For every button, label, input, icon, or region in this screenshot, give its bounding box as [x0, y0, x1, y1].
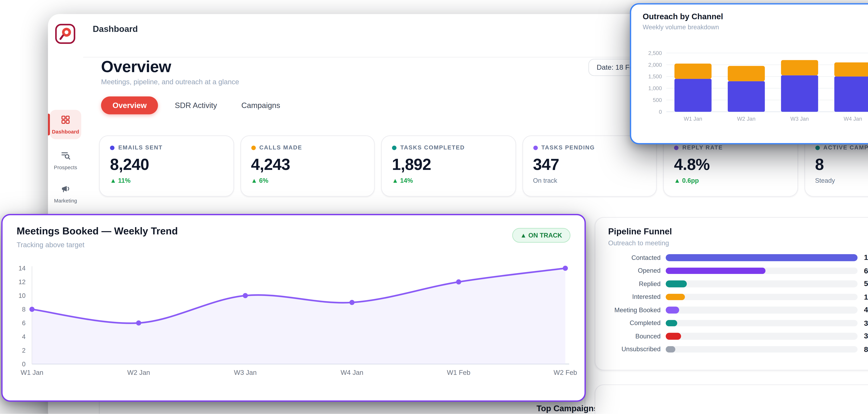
active-accent-bar — [48, 114, 50, 135]
funnel-row-value: 312 — [858, 332, 868, 340]
sidebar-item-prospects[interactable]: Prospects — [50, 146, 81, 175]
svg-text:W3 Jan: W3 Jan — [790, 116, 809, 122]
funnel-row-value: 12,483 — [858, 254, 868, 261]
bottom-right-card — [595, 384, 868, 414]
funnel-bar — [666, 307, 679, 313]
tab-overview[interactable]: Overview — [101, 96, 158, 114]
sidebar-item-label: Dashboard — [52, 129, 79, 134]
sidebar-item-label: Prospects — [54, 165, 77, 170]
kpi-value: 1,892 — [392, 155, 505, 174]
funnel-bar-track — [666, 307, 858, 313]
funnel-row-value: 89 — [858, 345, 868, 353]
svg-text:2: 2 — [22, 347, 26, 354]
window-header-title: Dashboard — [93, 24, 138, 34]
kpi-label: EMAILS SENT — [118, 144, 162, 151]
kpi-delta: ▲ 6% — [251, 177, 364, 184]
sidebar-item-marketing[interactable]: Marketing — [50, 179, 81, 208]
funnel-bar-track — [666, 280, 858, 287]
pipeline-funnel-card: Pipeline Funnel Outreach to meeting Cont… — [595, 217, 868, 370]
kpi-label: ACTIVE CAMPAIGNS — [824, 144, 868, 151]
kpi-label: REPLY RATE — [682, 144, 723, 151]
svg-text:W1 Feb: W1 Feb — [447, 369, 470, 376]
kpi-value: 8 — [815, 155, 868, 174]
page-subtitle: Meetings, pipeline, and outreach at a gl… — [101, 78, 239, 85]
kpi-delta: ▲ 0.6pp — [674, 177, 787, 184]
kpi-card-emails-sent: EMAILS SENT 8,240 ▲ 11% — [99, 135, 234, 197]
kpi-value: 8,240 — [110, 155, 223, 174]
svg-text:0: 0 — [22, 360, 26, 368]
svg-text:1,500: 1,500 — [648, 73, 662, 79]
sidebar-item-label: Marketing — [54, 198, 77, 203]
funnel-row-label: Opened — [608, 267, 666, 274]
kpi-dot — [815, 145, 819, 150]
funnel-subtitle: Outreach to meeting — [608, 239, 669, 246]
funnel-bar — [666, 346, 675, 353]
svg-text:W2 Feb: W2 Feb — [554, 369, 577, 376]
funnel-bar — [666, 320, 677, 326]
svg-text:W3 Jan: W3 Jan — [234, 369, 257, 376]
channel-bar-chart: 05001,0001,5002,0002,500W1 JanW2 JanW3 J… — [631, 4, 868, 143]
kpi-delta: On track — [533, 177, 646, 184]
tab-sdr-activity[interactable]: SDR Activity — [167, 96, 225, 114]
svg-text:6: 6 — [22, 319, 26, 326]
funnel-row-label: Interested — [608, 294, 666, 301]
funnel-row-opened: Opened 6,491 52.0% — [608, 267, 868, 274]
funnel-bar — [666, 333, 681, 340]
funnel-title: Pipeline Funnel — [608, 227, 672, 236]
kpi-delta: Steady — [815, 177, 868, 184]
funnel-row-value: 38 — [858, 319, 868, 327]
screenshot-stage: Dashboard Dashboard — [0, 0, 868, 414]
svg-text:2,500: 2,500 — [648, 50, 662, 56]
svg-text:W1 Jan: W1 Jan — [684, 116, 702, 122]
app-logo[interactable] — [54, 23, 76, 45]
tab-campaigns[interactable]: Campaigns — [234, 96, 288, 114]
kpi-dot — [392, 145, 397, 150]
kpi-value: 4.8% — [674, 155, 787, 174]
funnel-bar — [666, 280, 687, 287]
kpi-label: TASKS PENDING — [541, 144, 595, 151]
svg-text:W4 Jan: W4 Jan — [844, 116, 862, 122]
funnel-bar-track — [666, 333, 858, 340]
kpi-delta: ▲ 14% — [392, 177, 505, 184]
list-search-icon — [61, 150, 70, 163]
funnel-bar-track — [666, 267, 858, 274]
funnel-bar-track — [666, 254, 858, 261]
funnel-bar-track — [666, 320, 858, 326]
kpi-dot — [674, 145, 679, 150]
funnel-row-meeting-booked: Meeting Booked 47 37.9% — [608, 307, 868, 313]
kpi-value: 4,243 — [251, 155, 364, 174]
funnel-row-unsubscribed: Unsubscribed 89 0.7% — [608, 346, 868, 353]
funnel-row-label: Bounced — [608, 333, 666, 340]
svg-text:W1 Jan: W1 Jan — [21, 369, 43, 376]
funnel-row-completed: Completed 38 80.9% — [608, 320, 868, 326]
svg-text:1,000: 1,000 — [648, 85, 662, 91]
megaphone-icon — [61, 183, 70, 196]
kpi-card-tasks-completed: TASKS COMPLETED 1,892 ▲ 14% — [381, 135, 516, 197]
funnel-row-contacted: Contacted 12,483 — [608, 254, 868, 261]
svg-text:W2 Jan: W2 Jan — [737, 116, 755, 122]
funnel-bar-track — [666, 346, 858, 353]
kpi-card-calls-made: CALLS MADE 4,243 ▲ 6% — [240, 135, 375, 197]
svg-text:500: 500 — [653, 97, 662, 103]
logo-magnifier-icon — [54, 23, 76, 45]
dashboard-grid-icon — [61, 114, 70, 127]
funnel-row-interested: Interested 124 20.7% — [608, 294, 868, 300]
kpi-value: 347 — [533, 155, 646, 174]
kpi-dot — [110, 145, 115, 150]
svg-text:W4 Jan: W4 Jan — [341, 369, 363, 376]
page-title: Overview — [101, 58, 171, 76]
sidebar-item-dashboard[interactable]: Dashboard — [50, 110, 81, 139]
funnel-row-value: 47 — [858, 306, 868, 314]
funnel-row-bounced: Bounced 312 2.5% — [608, 333, 868, 340]
meetings-trend-panel: Meetings Booked — Weekly Trend Tracking … — [1, 214, 586, 402]
funnel-row-value: 6,491 — [858, 267, 868, 274]
funnel-bar — [666, 254, 858, 261]
svg-text:14: 14 — [19, 265, 26, 272]
svg-text:8: 8 — [22, 306, 26, 313]
kpi-dot — [251, 145, 255, 150]
funnel-row-label: Completed — [608, 319, 666, 326]
kpi-card-reply-rate: REPLY RATE 4.8% ▲ 0.6pp — [663, 135, 798, 197]
funnel-row-label: Meeting Booked — [608, 306, 666, 313]
svg-text:10: 10 — [19, 292, 26, 299]
kpi-card-tasks-pending: TASKS PENDING 347 On track — [522, 135, 657, 197]
